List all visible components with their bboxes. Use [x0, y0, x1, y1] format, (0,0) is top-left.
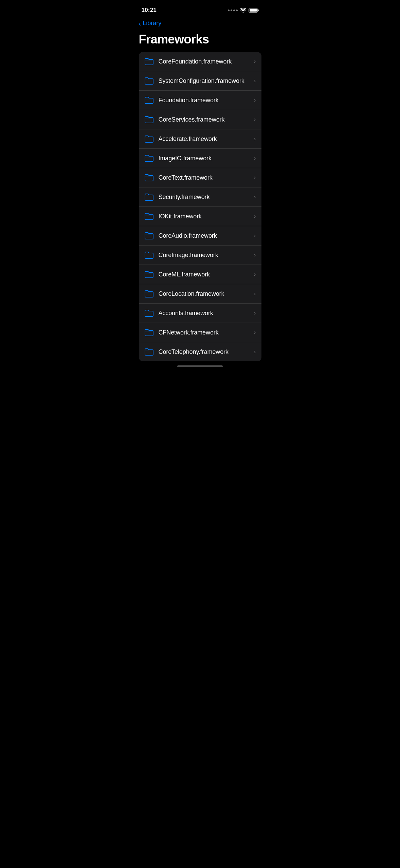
chevron-right-icon: ›: [254, 135, 256, 142]
chevron-right-icon: ›: [254, 77, 256, 84]
list-item[interactable]: CoreFoundation.framework ›: [139, 52, 261, 71]
framework-name: CoreML.framework: [159, 271, 249, 278]
back-chevron-icon: ‹: [139, 20, 141, 27]
back-label: Library: [143, 20, 161, 27]
folder-icon: [144, 347, 154, 357]
framework-name: Accelerate.framework: [159, 135, 249, 143]
chevron-right-icon: ›: [254, 271, 256, 278]
framework-name: CoreFoundation.framework: [159, 58, 249, 65]
list-item[interactable]: ImageIO.framework ›: [139, 149, 261, 168]
framework-name: CFNetwork.framework: [159, 329, 249, 336]
folder-icon: [144, 328, 154, 337]
status-time: 10:21: [142, 7, 157, 14]
list-item[interactable]: CoreLocation.framework ›: [139, 284, 261, 304]
framework-name: ImageIO.framework: [159, 155, 249, 162]
folder-icon: [144, 212, 154, 221]
folder-icon: [144, 153, 154, 163]
framework-name: CoreAudio.framework: [159, 232, 249, 239]
folder-icon: [144, 231, 154, 240]
list-item[interactable]: CoreImage.framework ›: [139, 246, 261, 265]
framework-name: Security.framework: [159, 194, 249, 201]
framework-name: IOKit.framework: [159, 213, 249, 220]
folder-icon: [144, 289, 154, 299]
folder-icon: [144, 115, 154, 124]
chevron-right-icon: ›: [254, 348, 256, 355]
list-item[interactable]: IOKit.framework ›: [139, 207, 261, 226]
list-item[interactable]: CoreAudio.framework ›: [139, 226, 261, 246]
signal-icon: [228, 10, 238, 11]
folder-icon: [144, 95, 154, 105]
folder-icon: [144, 270, 154, 279]
framework-name: CoreServices.framework: [159, 116, 249, 123]
folder-icon: [144, 134, 154, 144]
status-icons: [228, 8, 259, 13]
framework-name: CoreImage.framework: [159, 252, 249, 259]
chevron-right-icon: ›: [254, 252, 256, 258]
chevron-right-icon: ›: [254, 174, 256, 181]
list-item[interactable]: Accounts.framework ›: [139, 304, 261, 323]
list-item[interactable]: Accelerate.framework ›: [139, 129, 261, 149]
list-item[interactable]: Security.framework ›: [139, 187, 261, 207]
battery-icon: [249, 8, 259, 13]
frameworks-list: CoreFoundation.framework › SystemConfigu…: [139, 52, 261, 361]
chevron-right-icon: ›: [254, 310, 256, 317]
page-title: Frameworks: [133, 31, 267, 52]
framework-name: CoreLocation.framework: [159, 290, 249, 297]
chevron-right-icon: ›: [254, 232, 256, 239]
chevron-right-icon: ›: [254, 116, 256, 123]
chevron-right-icon: ›: [254, 155, 256, 162]
folder-icon: [144, 76, 154, 86]
back-button[interactable]: ‹ Library: [133, 18, 267, 31]
chevron-right-icon: ›: [254, 290, 256, 297]
framework-name: CoreText.framework: [159, 174, 249, 181]
chevron-right-icon: ›: [254, 58, 256, 65]
list-item[interactable]: CoreServices.framework ›: [139, 110, 261, 129]
chevron-right-icon: ›: [254, 97, 256, 104]
home-indicator: [177, 365, 223, 367]
list-item[interactable]: CoreML.framework ›: [139, 265, 261, 284]
framework-name: Accounts.framework: [159, 310, 249, 317]
folder-icon: [144, 308, 154, 318]
chevron-right-icon: ›: [254, 329, 256, 336]
framework-name: CoreTelephony.framework: [159, 348, 249, 356]
list-item[interactable]: CoreTelephony.framework ›: [139, 342, 261, 361]
list-item[interactable]: CFNetwork.framework ›: [139, 323, 261, 342]
folder-icon: [144, 250, 154, 260]
list-item[interactable]: SystemConfiguration.framework ›: [139, 71, 261, 91]
folder-icon: [144, 192, 154, 202]
chevron-right-icon: ›: [254, 213, 256, 220]
framework-name: SystemConfiguration.framework: [159, 77, 249, 85]
status-bar: 10:21: [133, 0, 267, 18]
list-item[interactable]: CoreText.framework ›: [139, 168, 261, 187]
folder-icon: [144, 173, 154, 182]
folder-icon: [144, 57, 154, 66]
list-item[interactable]: Foundation.framework ›: [139, 91, 261, 110]
chevron-right-icon: ›: [254, 194, 256, 200]
framework-name: Foundation.framework: [159, 97, 249, 104]
wifi-icon: [240, 8, 246, 13]
